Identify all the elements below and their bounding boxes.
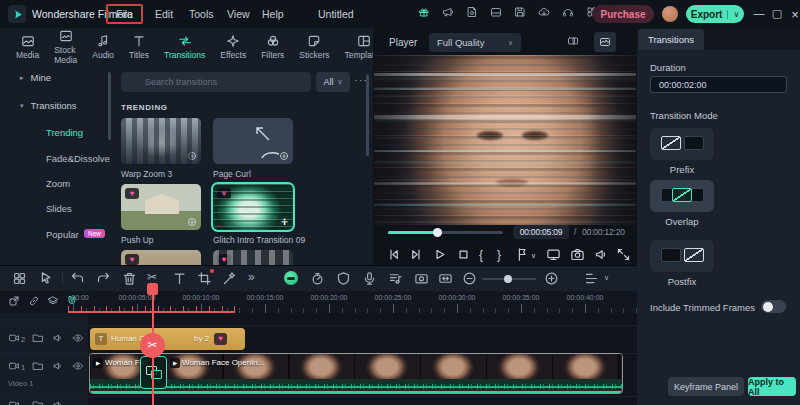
zoom-to-fit-icon[interactable] [438,271,453,286]
tab-templates[interactable]: Templates [345,34,374,60]
support-headset-icon[interactable] [562,6,578,22]
maximize-button[interactable]: ▢ [770,7,784,20]
mode-overlap-option[interactable] [650,180,714,212]
link-clips-icon[interactable] [28,295,42,309]
filter-all-dropdown[interactable]: All ∨ [316,72,350,92]
tab-transitions[interactable]: Transitions [164,34,205,60]
more-tools-icon[interactable]: » [248,270,255,284]
shield-icon[interactable] [336,271,351,286]
sidebar-item-trending[interactable]: Trending [46,127,83,138]
cloud-upload-icon[interactable] [538,6,554,22]
tab-titles[interactable]: Titles [129,34,149,60]
folder-icon[interactable] [32,332,44,344]
transition-page-curl[interactable] [213,118,293,164]
crop-icon[interactable] [197,271,212,286]
current-timecode[interactable]: 00:00:05:09 [513,225,569,239]
tab-filters[interactable]: Filters [261,34,284,60]
timeline-zoom-handle[interactable] [504,275,512,283]
next-frame-icon[interactable] [409,247,425,263]
sidebar-item-fade-dissolve[interactable]: Fade&Dissolve [46,153,110,164]
mode-prefix-option[interactable] [650,128,714,160]
mirror-display-icon[interactable] [546,247,562,263]
menu-file[interactable]: File [106,4,143,24]
fullscreen-icon[interactable] [616,247,632,263]
speed-timer-icon[interactable] [310,271,325,286]
mute-speaker-icon[interactable] [52,399,64,405]
speaker-icon[interactable] [594,247,610,263]
library-scrollbar[interactable] [366,74,369,156]
seek-handle[interactable] [433,228,442,237]
tab-media[interactable]: Media [16,34,39,60]
video-preview[interactable] [374,55,636,225]
audio-stock-icon[interactable] [388,271,403,286]
export-chevron-icon[interactable]: ∨ [727,10,739,19]
sidebar-item-mine[interactable]: ▸ Mine [20,72,51,83]
transition-push-up[interactable]: ♥ [121,184,201,230]
stop-icon[interactable] [456,247,472,263]
select-cursor-icon[interactable] [38,271,53,286]
title-clip[interactable]: T Human Clon by 2 ♥ [90,328,245,350]
duration-input[interactable] [650,76,787,93]
folder-icon[interactable] [32,399,44,405]
mute-speaker-icon[interactable] [52,360,64,372]
download-icon[interactable] [187,151,197,161]
sidebar-item-popular[interactable]: Popular [46,229,79,240]
snapshot-camera-icon[interactable] [570,247,586,263]
visibility-eye-icon[interactable] [72,360,84,372]
sidebar-item-transitions[interactable]: ▾ Transitions [20,100,77,111]
playhead-handle[interactable] [147,283,158,295]
applied-transition-clip[interactable] [140,356,167,389]
megaphone-icon[interactable] [442,6,458,22]
export-button[interactable]: Export ∨ [686,5,744,23]
menu-help[interactable]: Help [256,7,290,21]
undo-icon[interactable] [70,271,85,286]
text-tool-icon[interactable] [172,271,187,286]
menu-view[interactable]: View [221,7,256,21]
keyframe-panel-button[interactable]: Keyframe Panel [668,377,744,396]
account-avatar[interactable] [662,6,678,22]
tab-audio[interactable]: Audio [92,34,114,60]
voiceover-mic-icon[interactable] [362,271,377,286]
favorite-heart-icon[interactable]: ♥ [217,188,231,199]
sidebar-item-slides[interactable]: Slides [46,203,72,214]
media-browser-icon[interactable] [12,271,27,286]
previous-frame-icon[interactable] [386,247,402,263]
download-icon[interactable] [187,217,197,227]
effects-wand-icon[interactable] [222,271,237,286]
save-icon[interactable] [514,6,530,22]
transition-warp-zoom-3[interactable] [121,118,201,164]
split-scissors-icon[interactable]: ✂ [147,270,157,284]
gift-icon[interactable] [418,6,434,22]
playhead-scissors-icon[interactable]: ✂ [140,333,165,358]
delete-icon[interactable] [122,271,137,286]
favorite-heart-icon[interactable]: ♥ [125,188,139,199]
layout-panel-icon[interactable] [490,6,506,22]
transition-thumb-partial[interactable]: ♥ [121,250,201,265]
tab-stickers[interactable]: Stickers [299,34,329,60]
marker-flag-icon[interactable] [515,247,531,263]
play-icon[interactable] [432,247,448,263]
close-button[interactable]: × [788,7,800,22]
transition-thumb-partial[interactable]: ♥ [213,250,293,265]
video-clip-group[interactable]: ▶ Woman Fac... ▶ Woman Face Openin... [90,354,622,393]
ai-assistant-icon[interactable] [284,271,298,285]
tab-effects[interactable]: Effects [220,34,246,60]
add-marker-icon[interactable] [8,295,22,309]
menu-edit[interactable]: Edit [149,7,179,21]
redo-icon[interactable] [96,271,111,286]
search-input[interactable] [121,72,311,92]
tab-transitions-properties[interactable]: Transitions [638,29,704,50]
minimize-button[interactable]: — [752,7,766,19]
folder-icon[interactable] [32,360,44,372]
marker-chevron-icon[interactable]: ∨ [531,252,536,260]
download-icon[interactable] [279,151,289,161]
tab-stock-media[interactable]: Stock Media [54,29,77,65]
track-manager-chevron-icon[interactable]: ∨ [604,274,609,282]
mark-out-icon[interactable]: } [497,248,501,262]
add-to-timeline-icon[interactable]: + [281,215,288,229]
quality-dropdown[interactable]: Full Quality ∨ [429,33,521,52]
transition-glitch-intro-09[interactable]: ♥ + [213,184,293,230]
purchase-button[interactable]: Purchase [592,5,654,23]
sidebar-item-zoom[interactable]: Zoom [46,178,70,189]
include-trimmed-toggle[interactable] [761,300,786,313]
